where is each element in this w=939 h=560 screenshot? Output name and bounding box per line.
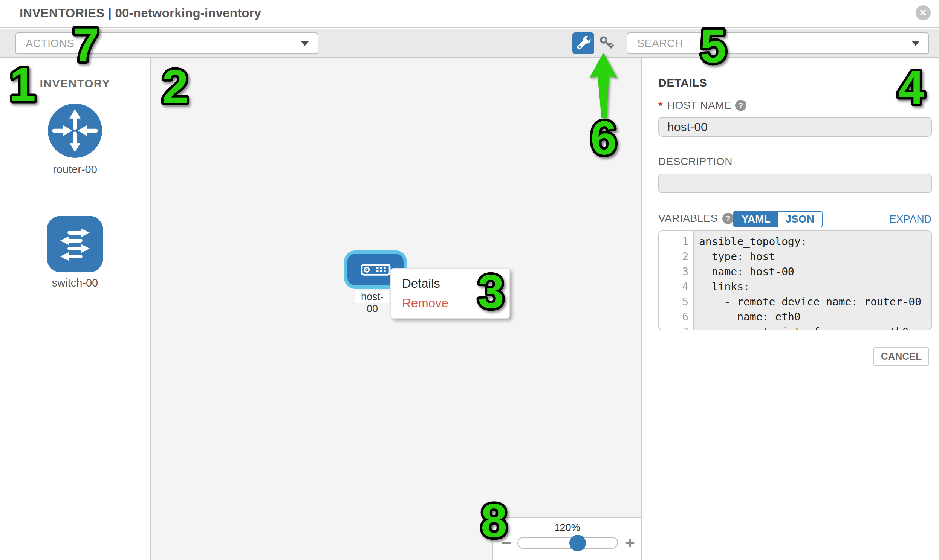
credentials-button[interactable] — [598, 34, 617, 53]
tools-button[interactable] — [572, 32, 594, 54]
details-heading: DETAILS — [658, 77, 707, 89]
line-number: 1 — [659, 234, 694, 249]
line-number: 5 — [659, 294, 694, 309]
help-icon[interactable]: ? — [735, 100, 746, 111]
actions-dropdown-label: ACTIONS — [26, 37, 74, 50]
host-node-label: host-00 — [355, 291, 389, 303]
code-text: ansible_topology: — [694, 234, 807, 249]
expand-link[interactable]: EXPAND — [889, 213, 932, 225]
inventory-topology-app: INVENTORIES | 00-networking-inventory ✕ … — [0, 0, 939, 560]
zoom-slider[interactable] — [517, 537, 618, 549]
zoom-out-button[interactable]: − — [501, 535, 511, 551]
actions-dropdown[interactable]: ACTIONS — [15, 32, 318, 54]
page-title: INVENTORIES | 00-networking-inventory — [20, 6, 261, 20]
code-row: 5 - remote_device_name: router-00 — [659, 294, 931, 309]
description-label: DESCRIPTION — [658, 155, 732, 168]
code-text: name: host-00 — [694, 265, 794, 280]
wrench-icon — [572, 32, 594, 54]
code-row: 3 name: host-00 — [659, 265, 931, 280]
code-text: name: eth0 — [694, 309, 801, 325]
router-icon — [47, 102, 103, 159]
zoom-level: 120% — [493, 522, 641, 534]
inventory-sidebar: INVENTORY router-00 — [0, 58, 151, 560]
topology-canvas[interactable]: host-00 Details Remove 120% − + — [151, 58, 642, 560]
variables-label: VARIABLES — [658, 212, 718, 225]
chevron-down-icon — [301, 42, 308, 46]
host-name-input[interactable] — [658, 117, 932, 137]
description-label-row: DESCRIPTION — [658, 155, 732, 168]
code-row: 6 name: eth0 — [659, 309, 931, 325]
title-bar: INVENTORIES | 00-networking-inventory ✕ — [0, 0, 939, 28]
description-input[interactable] — [658, 174, 932, 193]
editor-code: 1ansible_topology: 2 type: host 3 name: … — [659, 234, 931, 330]
help-icon[interactable]: ? — [722, 213, 734, 224]
json-tab[interactable]: JSON — [778, 212, 822, 227]
code-text: links: — [694, 280, 750, 294]
toolbar: ACTIONS — [0, 29, 939, 58]
key-icon — [598, 34, 617, 53]
search-dropdown-label: SEARCH — [637, 37, 683, 50]
close-icon[interactable]: ✕ — [916, 5, 931, 20]
line-number: 4 — [659, 280, 694, 294]
search-dropdown[interactable]: SEARCH — [627, 32, 929, 54]
line-number: 3 — [659, 265, 694, 280]
yaml-tab[interactable]: YAML — [734, 212, 778, 227]
chevron-down-icon — [912, 42, 919, 46]
code-row: 4 links: — [659, 280, 931, 294]
sidebar-heading: INVENTORY — [0, 77, 150, 90]
line-number: 2 — [659, 249, 694, 265]
zoom-control: 120% − + — [492, 517, 641, 560]
variables-row: VARIABLES ? YAML JSON EXPAND — [658, 211, 932, 228]
host-name-label: HOST NAME — [667, 99, 731, 111]
code-text: - remote_device_name: router-00 — [694, 294, 921, 309]
variables-editor[interactable]: 1ansible_topology: 2 type: host 3 name: … — [658, 231, 932, 330]
code-text: type: host — [694, 249, 775, 265]
host-server-icon — [361, 263, 391, 276]
context-menu-remove[interactable]: Remove — [402, 293, 509, 313]
device-label: router-00 — [0, 163, 150, 176]
zoom-slider-thumb[interactable] — [569, 535, 586, 551]
context-menu: Details Remove — [390, 268, 510, 318]
context-menu-details[interactable]: Details — [402, 274, 509, 293]
required-marker: * — [658, 99, 663, 112]
code-row: 7 remote_interface_name: eth0 — [659, 325, 931, 330]
sidebar-device-router[interactable]: router-00 — [0, 102, 150, 176]
code-row: 1ansible_topology: — [659, 234, 931, 249]
cancel-button[interactable]: CANCEL — [873, 347, 929, 366]
host-name-label-row: * HOST NAME ? — [658, 99, 746, 112]
format-toggle: YAML JSON — [733, 211, 823, 228]
code-text: remote_interface_name: eth0 — [694, 325, 908, 330]
code-row: 2 type: host — [659, 249, 931, 265]
line-number: 6 — [659, 309, 694, 325]
line-number: 7 — [659, 325, 694, 330]
sidebar-device-switch[interactable]: switch-00 — [0, 216, 150, 289]
device-label: switch-00 — [0, 277, 150, 289]
zoom-in-button[interactable]: + — [625, 535, 635, 551]
switch-icon — [47, 216, 103, 272]
details-panel: DETAILS * HOST NAME ? DESCRIPTION VARIAB… — [643, 58, 939, 560]
